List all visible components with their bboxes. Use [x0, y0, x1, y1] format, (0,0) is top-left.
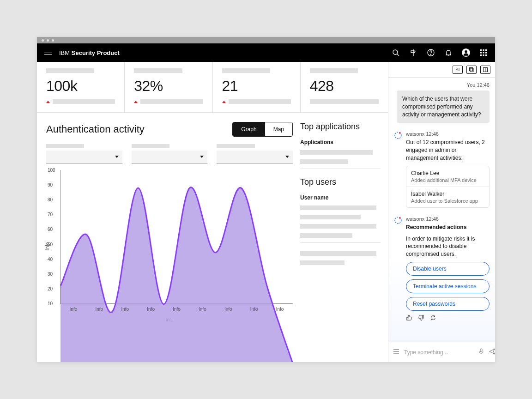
filter-select[interactable]	[132, 151, 208, 163]
svg-line-1	[397, 54, 399, 56]
filter-row	[46, 144, 293, 163]
card-sub: Added user to Salesforce app	[411, 198, 484, 204]
chart-area	[60, 170, 293, 362]
apps-icon[interactable]	[479, 48, 488, 57]
kpi-card: 100k	[37, 62, 125, 112]
divider	[300, 169, 381, 169]
user-meta: You 12:46	[394, 82, 490, 88]
svg-rect-9	[485, 49, 487, 51]
chat-menu-icon[interactable]	[393, 348, 399, 356]
svg-point-6	[465, 50, 467, 53]
kpi-value: 21	[222, 78, 291, 95]
kpi-card: 428	[301, 62, 388, 112]
kpi-label-skeleton	[134, 68, 182, 73]
y-tick: 50	[48, 242, 53, 247]
ai-badge-icon[interactable]: AI	[453, 66, 463, 74]
topbar: IBM Security Product	[37, 43, 495, 62]
traffic-close-icon[interactable]	[42, 39, 44, 42]
brand-prefix: IBM	[59, 49, 70, 56]
x-tick: Info	[276, 307, 284, 312]
svg-rect-8	[483, 49, 484, 51]
chevron-down-icon	[200, 156, 204, 158]
traffic-max-icon[interactable]	[52, 39, 54, 42]
trend-up-icon	[46, 101, 50, 103]
toggle-graph[interactable]: Graph	[233, 122, 265, 136]
user-card-list: Charlie Lee Added additional MFA device …	[406, 166, 490, 208]
topbar-actions	[392, 48, 488, 57]
chevron-down-icon	[115, 156, 119, 158]
kpi-value: 32%	[134, 78, 203, 95]
section-title: Authentication activity	[46, 123, 145, 135]
list-item-skeleton	[300, 150, 373, 155]
card-sub: Added additional MFA device	[411, 177, 484, 183]
action-terminate-sessions[interactable]: Terminate active sessions	[406, 279, 490, 293]
list-item-skeleton	[300, 251, 376, 256]
divider	[300, 242, 381, 243]
x-tick: Info	[147, 307, 155, 312]
collapse-panel-icon[interactable]	[480, 66, 490, 74]
svg-rect-12	[485, 52, 487, 54]
list-item-skeleton	[300, 233, 352, 238]
thumbs-up-icon[interactable]	[406, 314, 412, 321]
bell-icon[interactable]	[444, 48, 453, 57]
bot-message: watsonx 12:46 Recommended actions In ord…	[394, 216, 490, 321]
list-item-skeleton	[300, 206, 376, 210]
thumbs-down-icon[interactable]	[418, 314, 424, 321]
mic-icon[interactable]	[478, 348, 484, 356]
user-card[interactable]: Isabel Walker Added user to Salesforce a…	[406, 187, 489, 207]
y-tick: 30	[48, 271, 53, 276]
list-item-skeleton	[300, 159, 348, 164]
svg-rect-15	[485, 54, 487, 56]
list-item-skeleton	[300, 215, 361, 219]
kpi-label-skeleton	[222, 68, 270, 73]
signpost-icon[interactable]	[409, 48, 417, 57]
app-window: IBM Security Product	[37, 37, 495, 362]
card-name: Isabel Walker	[411, 191, 484, 197]
kpi-card: 32%	[125, 62, 212, 112]
svg-point-23	[399, 217, 401, 219]
popout-icon[interactable]	[466, 66, 477, 74]
filter-label-skeleton	[132, 144, 169, 148]
user-card[interactable]: Charlie Lee Added additional MFA device	[406, 166, 489, 187]
traffic-min-icon[interactable]	[47, 39, 49, 42]
x-tick: Info	[250, 307, 258, 312]
action-reset-passwords[interactable]: Reset passwords	[406, 297, 490, 311]
y-tick: 60	[48, 227, 53, 232]
chat-scroll[interactable]: You 12:46 Which of the users that were c…	[388, 78, 495, 342]
x-tick: Info	[121, 307, 129, 312]
y-tick: 100	[48, 168, 55, 173]
apps-label: Applications	[300, 139, 381, 145]
bot-message: watsonx 12:46 Out of 12 compromised user…	[394, 131, 490, 209]
kpi-row: 100k 32% 21 428	[37, 62, 388, 113]
chat-input-row	[388, 342, 495, 362]
top-lists-section: Top applications Applications Top users …	[300, 113, 388, 362]
trend-up-icon	[134, 101, 138, 103]
y-tick: 90	[48, 182, 53, 187]
filter-label-skeleton	[46, 144, 84, 148]
send-icon[interactable]	[489, 348, 495, 356]
user-icon[interactable]	[462, 48, 470, 57]
filter-select[interactable]	[217, 151, 293, 163]
search-icon[interactable]	[392, 48, 400, 57]
chat-input[interactable]	[404, 349, 473, 356]
x-tick: Info	[95, 307, 103, 312]
username-label: User name	[300, 194, 381, 201]
action-disable-users[interactable]: Disable users	[406, 262, 490, 276]
svg-rect-18	[484, 67, 488, 72]
bot-text: In order to mitigate risks it is recomme…	[406, 235, 490, 258]
auth-activity-section: Authentication activity Graph Map Info	[37, 113, 300, 362]
y-tick: 70	[48, 212, 53, 217]
menu-icon[interactable]	[44, 51, 52, 55]
svg-rect-11	[483, 52, 484, 54]
toggle-map[interactable]: Map	[265, 122, 292, 136]
kpi-label-skeleton	[46, 68, 94, 73]
help-icon[interactable]	[427, 48, 435, 57]
bot-meta: watsonx 12:46	[406, 216, 490, 222]
list-item-skeleton	[300, 260, 345, 265]
watsonx-avatar-icon	[394, 216, 402, 224]
top-apps-title: Top applications	[300, 122, 381, 132]
filter-select[interactable]	[46, 151, 122, 163]
filter-label-skeleton	[217, 144, 254, 148]
svg-point-21	[399, 132, 401, 134]
regenerate-icon[interactable]	[430, 314, 436, 321]
